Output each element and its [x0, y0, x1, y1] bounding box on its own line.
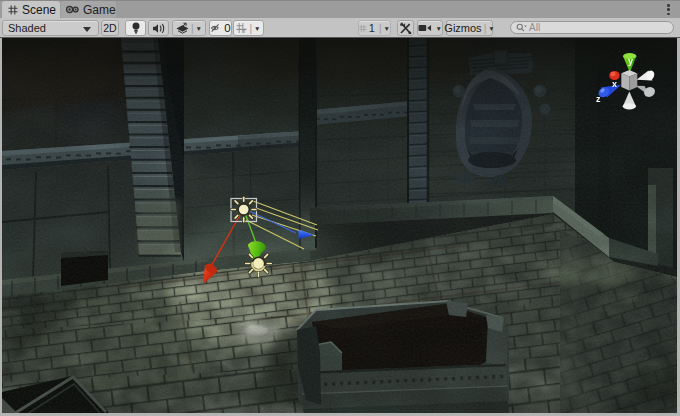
svg-text:z: z — [596, 94, 601, 104]
svg-text:y: y — [628, 56, 633, 66]
svg-text:x: x — [612, 79, 617, 89]
svg-text:Y: Y — [242, 28, 246, 34]
